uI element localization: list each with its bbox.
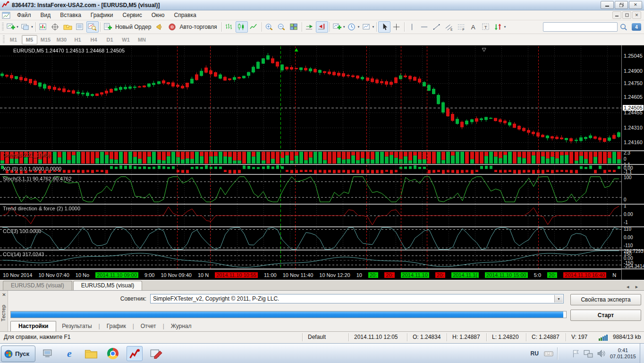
- expert-properties-button[interactable]: Свойства эксперта: [570, 294, 641, 305]
- candlestick-mode-button[interactable]: [236, 21, 248, 33]
- timeframe-M30[interactable]: M30: [54, 35, 69, 44]
- strategy-tester-button[interactable]: [86, 21, 99, 33]
- timeframe-H1[interactable]: H1: [70, 35, 85, 44]
- timeframe-H4[interactable]: H4: [86, 35, 102, 44]
- chart-window-icon[interactable]: [0, 9, 12, 21]
- equidistant-channel-tool[interactable]: E: [443, 21, 455, 33]
- horizontal-line-tool[interactable]: [418, 21, 431, 33]
- tester-tab-1[interactable]: Результаты: [56, 321, 97, 331]
- chrome-icon[interactable]: [105, 346, 121, 361]
- auto-scroll-button[interactable]: [304, 21, 316, 33]
- child-restore-button[interactable]: [622, 11, 631, 19]
- favorites-button[interactable]: [62, 21, 74, 33]
- panel-separator[interactable]: [0, 268, 644, 269]
- menu-item-1[interactable]: Вид: [36, 11, 56, 19]
- crosshair-tool-button[interactable]: [390, 21, 403, 33]
- speaker-icon[interactable]: [597, 349, 606, 358]
- internet-explorer-icon[interactable]: e: [61, 346, 77, 361]
- panel-separator[interactable]: [0, 174, 644, 175]
- minimize-button[interactable]: [601, 1, 614, 9]
- flag-action-center-icon[interactable]: [571, 349, 580, 358]
- chart-tab-1[interactable]: EURUSD,M5 (visual): [73, 281, 143, 291]
- panel-separator[interactable]: [0, 250, 644, 251]
- periods-button[interactable]: [346, 21, 358, 33]
- cci14-panel-canvas[interactable]: [0, 251, 621, 268]
- chart-tab-0[interactable]: EURUSD,M5 (visual): [3, 281, 72, 290]
- menu-item-0[interactable]: Файл: [12, 11, 36, 19]
- zoom-out-button[interactable]: [276, 21, 288, 33]
- tray-expand-chevron-icon[interactable]: [561, 350, 568, 357]
- notifications-badge[interactable]: 4: [632, 23, 641, 31]
- new-chart-button-dropdown-icon[interactable]: ▼: [16, 26, 19, 28]
- cursor-tool-button[interactable]: [378, 21, 390, 33]
- taskbar-clock[interactable]: 0:41 07.01.2015: [610, 347, 636, 360]
- time-axis[interactable]: 10 Nov 201410 Nov 07:4010 No2014.11.10 0…: [0, 269, 621, 280]
- timeframe-M5[interactable]: M5: [22, 35, 37, 44]
- main-panel-canvas[interactable]: [0, 46, 621, 150]
- profiles-button-dropdown-icon[interactable]: ▼: [31, 26, 34, 28]
- tester-tab-3[interactable]: Отчет: [135, 321, 162, 331]
- toolbar-grip[interactable]: [3, 35, 5, 44]
- zoom-in-button[interactable]: [263, 21, 276, 33]
- folder-icon[interactable]: [83, 346, 99, 361]
- child-close-button[interactable]: ✕: [632, 11, 641, 19]
- profiles-button[interactable]: [19, 21, 32, 33]
- market-watch-button[interactable]: [37, 21, 50, 33]
- arrows-tool-dropdown-icon[interactable]: ▼: [503, 26, 506, 28]
- timeframe-M15[interactable]: M15: [38, 35, 53, 44]
- tab-scroll-right-icon[interactable]: ►: [632, 284, 641, 290]
- new-order-button[interactable]: [102, 21, 114, 33]
- timeframe-W1[interactable]: W1: [118, 35, 134, 44]
- panel-separator[interactable]: [0, 164, 644, 165]
- toolbar-grip[interactable]: [2, 23, 4, 31]
- line-chart-mode-button[interactable]: [248, 21, 260, 33]
- tile-windows-button[interactable]: [288, 21, 300, 33]
- tester-tab-4[interactable]: Журнал: [165, 321, 197, 331]
- fibonacci-tool[interactable]: F: [455, 21, 467, 33]
- status-profile[interactable]: Default: [308, 334, 326, 340]
- panel-separator[interactable]: [0, 204, 644, 205]
- start-button-taskbar[interactable]: Пуск: [1, 346, 35, 362]
- system-app-icon[interactable]: [40, 346, 56, 361]
- editor-app-icon[interactable]: [148, 346, 164, 361]
- auto-trading-label[interactable]: Авто-торговля: [179, 24, 217, 30]
- menu-item-3[interactable]: Графики: [86, 11, 118, 19]
- text-label-tool[interactable]: T: [480, 21, 492, 33]
- auto-trading-button[interactable]: [166, 21, 178, 33]
- language-indicator[interactable]: RU: [531, 350, 539, 357]
- tester-close-icon[interactable]: ✕: [1, 292, 7, 298]
- indicators-button[interactable]: [331, 21, 344, 33]
- chart-plot[interactable]: [0, 45, 621, 280]
- search-input[interactable]: [543, 22, 618, 32]
- network-icon[interactable]: [584, 349, 593, 358]
- trend-panel-canvas[interactable]: [0, 205, 621, 226]
- combo-dropdown-icon[interactable]: ▼: [554, 295, 563, 302]
- timeframe-MN[interactable]: MN: [134, 35, 150, 44]
- new-order-label[interactable]: Новый Ордер: [115, 24, 151, 30]
- search-icon[interactable]: [618, 21, 630, 33]
- keyboard-icon[interactable]: [543, 349, 554, 358]
- templates-button[interactable]: [361, 21, 373, 33]
- expert-advisor-select[interactable]: SimpleFXTester_v2, Copyright © 2011, P-Z…: [150, 294, 564, 303]
- price-axis[interactable]: 1.250451.249001.247501.246051.244551.243…: [621, 45, 644, 280]
- genesis-panel-canvas[interactable]: [0, 151, 621, 164]
- menu-item-4[interactable]: Сервис: [118, 11, 147, 19]
- panel-separator[interactable]: [0, 226, 644, 227]
- new-chart-button[interactable]: [5, 21, 17, 33]
- close-button[interactable]: ✕: [629, 1, 642, 9]
- tab-scroll-left-icon[interactable]: ◄: [623, 284, 632, 290]
- start-button[interactable]: Старт: [570, 310, 641, 321]
- chart-shift-button[interactable]: [316, 21, 328, 33]
- vertical-line-tool[interactable]: [406, 21, 418, 33]
- child-minimize-button[interactable]: [612, 11, 621, 19]
- show-desktop-button[interactable]: [640, 344, 644, 363]
- arrows-tool[interactable]: [492, 21, 504, 33]
- menu-item-5[interactable]: Окно: [147, 11, 169, 19]
- sound-button[interactable]: [154, 21, 166, 33]
- restore-button[interactable]: [615, 1, 628, 9]
- templates-button-dropdown-icon[interactable]: ▼: [372, 26, 375, 28]
- tester-tab-0[interactable]: Настройки: [10, 321, 56, 332]
- menu-item-6[interactable]: Справка: [169, 11, 201, 19]
- xo-panel-canvas[interactable]: [0, 165, 621, 174]
- indicators-button-dropdown-icon[interactable]: ▼: [343, 26, 346, 28]
